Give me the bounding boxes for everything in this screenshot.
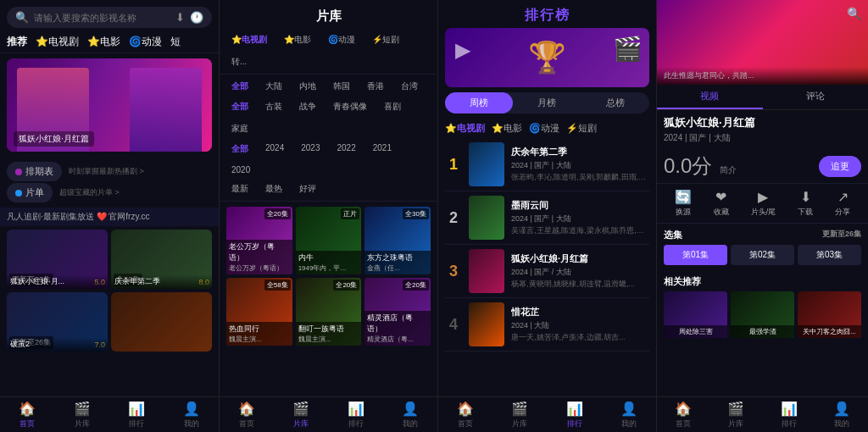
marquee-bar: 凡人追剧·最新剧集放送 ❤️ 官网frzy.cc [0, 208, 219, 226]
ep-btn-1[interactable]: 第01集 [664, 245, 727, 265]
ep-btn-3[interactable]: 第03集 [798, 245, 861, 265]
nav-rank-2[interactable]: 📊 排行 [329, 397, 383, 432]
episodes-grid: 第01集 第02集 第03集 [664, 245, 861, 265]
filter-short[interactable]: ⚡短剧 [367, 32, 404, 47]
filter-hk[interactable]: 香港 [362, 79, 389, 94]
filter-romance[interactable]: 青春偶像 [328, 99, 372, 114]
filter-2024[interactable]: 2024 [260, 141, 289, 157]
filter-period[interactable]: 古装 [260, 99, 287, 114]
filter-korea[interactable]: 韩国 [328, 79, 355, 94]
filter-tv[interactable]: ⭐电视剧 [226, 32, 272, 47]
nav-profile-4[interactable]: 👤 我的 [815, 397, 868, 432]
video-card-2[interactable]: 全36集 8.0 庆余年第二季 [111, 230, 212, 289]
filter-2020[interactable]: 2020 [226, 163, 255, 176]
nav-home-1[interactable]: 🏠 首页 [0, 397, 55, 432]
tab-anime[interactable]: 🌀动漫 [129, 35, 162, 49]
tab-recommend[interactable]: 推荐 [7, 35, 27, 49]
nav-rank-4[interactable]: 📊 排行 [763, 397, 815, 432]
video-card-4[interactable] [111, 292, 212, 352]
history-icon[interactable]: 🕐 [190, 11, 203, 24]
nav-profile-1[interactable]: 👤 我的 [164, 397, 220, 432]
action-share[interactable]: ↗ 分享 [835, 189, 850, 218]
nav-home-2[interactable]: 🏠 首页 [220, 397, 274, 432]
rank-info-4: 惜花芷 2024 | 大陆 唐一天,姚苦泽,卢羡泽,边疆,胡吉... [511, 306, 649, 343]
lib-card-1[interactable]: 全20集 老公万岁（粤语） 老公万岁（粤语） [226, 207, 292, 274]
filter-movie[interactable]: ⭐电影 [279, 32, 316, 47]
tab-short[interactable]: 短 [170, 35, 181, 49]
nav-profile-2[interactable]: 👤 我的 [383, 397, 437, 432]
rank-item-2[interactable]: 2 墨雨云间 2024 | 国产 | 大陆 吴谨言,王星越,陈道海,梁永棋,陈乔… [445, 191, 649, 245]
filter-inner[interactable]: 内地 [294, 79, 321, 94]
filter-tw[interactable]: 台湾 [396, 79, 423, 94]
filter-more[interactable]: 转... [226, 54, 252, 69]
nav-library-3[interactable]: 🎬 片库 [492, 397, 547, 432]
filter-2023[interactable]: 2023 [296, 141, 325, 157]
nav-rank-3[interactable]: 📊 排行 [548, 397, 602, 432]
rank-tab-week[interactable]: 周榜 [445, 92, 513, 114]
lib-card-5[interactable]: 全20集 翻叮一族粤语 魏晨主演... [296, 278, 362, 346]
nav-rank-1[interactable]: 📊 排行 [109, 397, 164, 432]
panel-home: 🔍 ⬇ 🕐 推荐 ⭐电视剧 ⭐电影 🌀动漫 短 狐妖小红娘·月红篇 排期表 时刻… [0, 0, 219, 432]
detail-tab-comments[interactable]: 评论 [763, 85, 869, 109]
lib-title-4: 热血同行 [229, 324, 290, 335]
nav-library-4[interactable]: 🎬 片库 [709, 397, 762, 432]
nav-home-3[interactable]: 🏠 首页 [438, 397, 492, 432]
related-card-1[interactable]: 周处除三害 [664, 291, 727, 338]
filter-comedy[interactable]: 喜剧 [379, 99, 406, 114]
filter-2022[interactable]: 2022 [332, 141, 361, 157]
related-card-2[interactable]: 最强学渣 [731, 291, 794, 338]
filter-newest[interactable]: 最新 [226, 181, 253, 197]
rank-cat-tv[interactable]: ⭐电视剧 [445, 122, 485, 135]
rank-tab-total[interactable]: 总榜 [581, 92, 649, 114]
search-bar[interactable]: 🔍 ⬇ 🕐 [7, 7, 212, 28]
nav-library-1[interactable]: 🎬 片库 [55, 397, 110, 432]
rank-item-4[interactable]: 4 惜花芷 2024 | 大陆 唐一天,姚苦泽,卢羡泽,边疆,胡吉... [445, 298, 649, 352]
rank-cat-anime[interactable]: 🌀动漫 [529, 122, 559, 135]
filter-anime[interactable]: 🌀动漫 [323, 32, 360, 47]
hero-banner[interactable]: 狐妖小红娘·月红篇 [7, 58, 212, 152]
schedule-button[interactable]: 排期表 [7, 162, 62, 181]
rank-tab-month[interactable]: 月榜 [513, 92, 581, 114]
filter-hottest[interactable]: 最热 [260, 181, 287, 197]
nav-home-4[interactable]: 🏠 首页 [657, 397, 709, 432]
rank-banner-icon: 🏆 [528, 40, 566, 75]
lib-card-6[interactable]: 全20集 精灵酒店（粤语） 精灵酒店（粤... [364, 278, 431, 346]
rank-meta-1: 2024 | 国产 | 大陆 [511, 160, 649, 171]
ep-btn-2[interactable]: 第02集 [731, 245, 794, 265]
action-download[interactable]: ⬇ 下载 [798, 189, 813, 218]
video-card-3[interactable]: 更新至26集 7.0 破茧2 [7, 292, 108, 352]
filter-war[interactable]: 战争 [294, 99, 321, 114]
lib-card-2[interactable]: 正片 内牛 1949年内，平... [296, 207, 362, 274]
rank-item-1[interactable]: 1 庆余年第二季 2024 | 国产 | 大陆 张若昀,李沁,陈道明,吴刚,郭麒… [445, 138, 649, 191]
download-icon[interactable]: ⬇ [175, 11, 185, 24]
filter-all-year[interactable]: 全部 [226, 141, 253, 157]
rank-cat-short[interactable]: ⚡短剧 [566, 122, 597, 135]
filter-all-region[interactable]: 全部 [226, 79, 253, 94]
lib-card-3[interactable]: 全30集 东方之珠粤语 金燕（任... [364, 207, 431, 274]
detail-search-icon[interactable]: 🔍 [847, 7, 861, 20]
video-card-1[interactable]: 更新至26集 5.0 狐妖小红娘·月... [7, 230, 108, 289]
action-source[interactable]: 🔄 换源 [675, 189, 692, 218]
nav-library-2[interactable]: 🎬 片库 [274, 397, 328, 432]
filter-all-genre[interactable]: 全部 [226, 99, 253, 114]
filter-mainland[interactable]: 大陆 [260, 79, 287, 94]
lib-card-4[interactable]: 全58集 热血同行 魏晨主演... [226, 278, 292, 346]
nav-profile-3[interactable]: 👤 我的 [602, 397, 656, 432]
tab-tv[interactable]: ⭐电视剧 [36, 35, 79, 49]
related-card-3[interactable]: 关中刀客之肉囧... [798, 291, 861, 338]
episodes-title-label: 选集 [664, 229, 682, 241]
follow-button[interactable]: 追更 [819, 156, 861, 177]
filter-rated[interactable]: 好评 [294, 181, 321, 197]
detail-intro-label[interactable]: 简介 [720, 165, 737, 174]
filter-family[interactable]: 家庭 [226, 121, 253, 136]
filter-row-sort: 最新 最热 好评 [220, 179, 437, 199]
rank-item-3[interactable]: 3 狐妖小红娘·月红篇 2024 | 国产 / 大陆 杨幂,黄晓明,姚晓棣,胡连… [445, 245, 649, 298]
filter-2021[interactable]: 2021 [368, 141, 397, 157]
action-skip[interactable]: ▶ 片头/尾 [751, 189, 776, 218]
playlist-button[interactable]: 片单 [7, 183, 53, 202]
rank-cat-movie[interactable]: ⭐电影 [492, 122, 522, 135]
action-collect[interactable]: ❤ 收藏 [714, 189, 729, 218]
detail-tab-video[interactable]: 视频 [657, 85, 763, 109]
search-input[interactable] [34, 13, 170, 23]
tab-movie[interactable]: ⭐电影 [87, 35, 120, 49]
